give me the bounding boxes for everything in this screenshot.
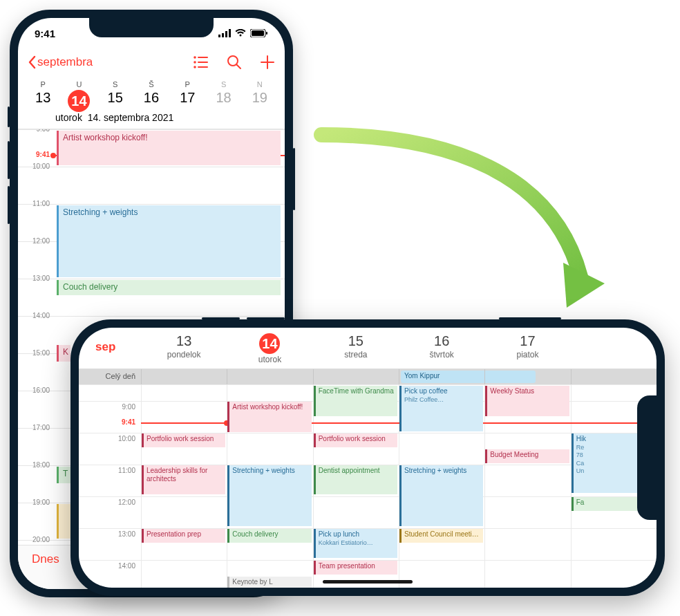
week-header: sep 13pondelok 14utorok 15streda 16štvrt… xyxy=(79,328,657,369)
hour-label: 13:00 xyxy=(18,274,54,282)
svg-line-14 xyxy=(237,65,241,69)
weekday-label: P xyxy=(169,76,205,90)
hour-label: 16:00 xyxy=(18,386,54,394)
hour-label: 17:00 xyxy=(18,424,54,431)
iphone-landscape-mockup: sep 13pondelok 14utorok 15streda 16štvrt… xyxy=(70,319,665,596)
hour-label: 9:00 xyxy=(18,129,54,133)
event-leadership[interactable]: Leadership skills for architects xyxy=(142,465,225,494)
event-student-council[interactable]: Student Council meeti… xyxy=(399,529,483,543)
nav-bar: septembra xyxy=(18,48,285,76)
day-number[interactable]: 16 xyxy=(133,90,169,112)
hour-label: 10:00 xyxy=(18,162,54,170)
month-label[interactable]: sep xyxy=(79,330,141,368)
weekday-label: S xyxy=(205,76,241,90)
event-couch-delivery[interactable]: Couch delivery xyxy=(57,280,281,295)
chevron-left-icon xyxy=(28,55,36,69)
today-button[interactable]: Dnes xyxy=(32,552,59,566)
hour-label: 11:00 xyxy=(79,465,141,496)
back-button[interactable]: septembra xyxy=(28,55,93,69)
hour-label: 10:00 xyxy=(79,433,141,465)
event-artist-workshop[interactable]: Artist workshop kickoff! xyxy=(227,402,311,432)
wifi-icon xyxy=(235,29,246,37)
event-portfolio-mon[interactable]: Portfolio work session xyxy=(142,433,225,447)
hour-label: 15:00 xyxy=(18,349,54,357)
now-indicator-label: 9:41 xyxy=(79,418,141,426)
status-time: 9:41 xyxy=(35,28,55,39)
date-heading-date: 14. septembra 2021 xyxy=(88,112,174,123)
add-event-icon[interactable] xyxy=(260,55,275,70)
day-number[interactable]: 19 xyxy=(242,90,278,112)
event-stretching-thu[interactable]: Stretching + weights xyxy=(399,465,483,526)
hour-label: 12:00 xyxy=(18,237,54,245)
date-heading-dow: utorok xyxy=(55,112,82,123)
event-weekly-status[interactable]: Weekly Status xyxy=(485,386,569,416)
day-column-header[interactable]: 16štvrtok xyxy=(399,330,484,368)
weekday-label: P xyxy=(25,76,61,90)
cellular-icon xyxy=(218,29,231,37)
hour-label: 19:00 xyxy=(18,498,54,506)
event-partial-yellow[interactable] xyxy=(57,504,70,539)
day-number[interactable]: 13 xyxy=(25,90,61,112)
event-dentist[interactable]: Dentist appointment xyxy=(314,465,397,494)
event-partial-t[interactable]: T xyxy=(57,467,70,483)
svg-rect-5 xyxy=(252,30,264,36)
weekday-label: Š xyxy=(133,76,169,90)
event-stretching-tue[interactable]: Stretching + weights xyxy=(227,465,311,526)
svg-rect-1 xyxy=(222,33,224,37)
svg-point-12 xyxy=(193,66,196,68)
svg-rect-3 xyxy=(229,29,231,37)
hour-label: 18:00 xyxy=(18,461,54,469)
week-timeline[interactable]: 9:00 10:00 11:00 12:00 13:00 14:00 9:41 … xyxy=(79,384,657,588)
hour-label: 9:00 xyxy=(79,402,141,433)
event-team-presentation[interactable]: Team presentation xyxy=(314,561,397,575)
event-presentation-prep[interactable]: Presentation prep xyxy=(142,529,225,543)
svg-point-11 xyxy=(193,61,196,64)
event-pickup-coffee[interactable]: Pick up coffeePhilz Coffee… xyxy=(399,386,483,431)
weekday-label: N xyxy=(242,76,278,90)
hour-label: 11:00 xyxy=(18,200,54,207)
back-label: septembra xyxy=(37,55,93,69)
svg-rect-2 xyxy=(225,31,227,37)
battery-icon xyxy=(250,29,268,37)
event-couch-delivery[interactable]: Couch delivery xyxy=(227,529,311,543)
rotation-arrow xyxy=(290,124,622,332)
day-column-header[interactable]: 13pondelok xyxy=(141,330,227,368)
hour-label: 14:00 xyxy=(79,561,141,588)
search-icon[interactable] xyxy=(227,55,242,70)
svg-rect-6 xyxy=(266,32,267,35)
day-column-header[interactable]: 17piatok xyxy=(484,330,570,368)
event-stretching[interactable]: Stretching + weights xyxy=(57,205,281,277)
day-number[interactable]: 17 xyxy=(169,90,205,112)
home-indicator[interactable] xyxy=(323,580,413,584)
hour-label: 14:00 xyxy=(18,312,54,319)
event-partial-k[interactable]: K xyxy=(57,345,70,362)
now-indicator-line xyxy=(141,422,657,424)
event-pickup-lunch[interactable]: Pick up lunchKokkari Estiatorio… xyxy=(314,529,397,558)
hour-label: 13:00 xyxy=(79,529,141,560)
date-heading: utorok 14. septembra 2021 xyxy=(18,112,285,129)
event-portfolio-wed[interactable]: Portfolio work session xyxy=(314,433,397,447)
day-column-header-today[interactable]: 14utorok xyxy=(227,330,312,368)
event-budget-meeting[interactable]: Budget Meeting xyxy=(485,449,569,463)
weekday-label: S xyxy=(97,76,133,90)
notch xyxy=(89,18,214,37)
day-number-today[interactable]: 14 xyxy=(61,90,97,112)
allday-row: Celý deň Yom Kippur xyxy=(79,369,657,384)
day-column-header[interactable]: 15streda xyxy=(313,330,399,368)
svg-rect-0 xyxy=(218,35,220,37)
hour-label: 12:00 xyxy=(79,497,141,528)
hour-label: 20:00 xyxy=(18,536,54,543)
allday-label: Celý deň xyxy=(79,369,141,384)
svg-point-10 xyxy=(193,56,196,59)
notch xyxy=(637,395,657,520)
day-number[interactable]: 15 xyxy=(97,90,133,112)
week-header: P U S Š P S N 13 14 15 16 17 18 19 xyxy=(18,76,285,112)
day-number[interactable]: 18 xyxy=(205,90,241,112)
now-indicator-label: 9:41 xyxy=(18,151,54,158)
event-artist-workshop[interactable]: Artist workshop kickoff! xyxy=(57,131,281,165)
weekday-label: U xyxy=(61,76,97,90)
event-keynote[interactable]: Keynote by L xyxy=(227,577,311,588)
event-facetime-grandma[interactable]: FaceTime with Grandma xyxy=(314,386,397,416)
day-column-header[interactable] xyxy=(571,330,657,368)
list-view-icon[interactable] xyxy=(193,56,209,68)
